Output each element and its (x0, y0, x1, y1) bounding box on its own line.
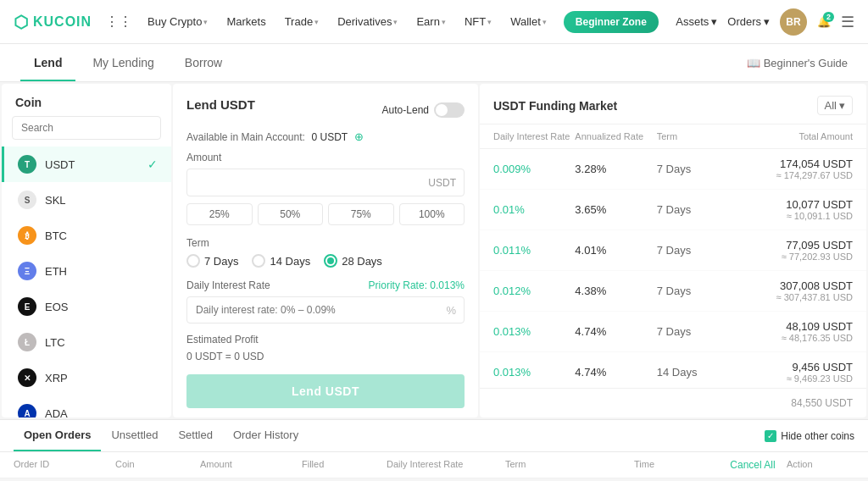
chevron-down-icon: ▾ (764, 15, 770, 28)
auto-lend-toggle[interactable] (434, 102, 465, 118)
chevron-down-icon: ▾ (487, 18, 492, 26)
term-options: 7 Days 14 Days 28 Days (186, 254, 465, 268)
table-row[interactable]: 0.01% 3.65% 7 Days 10,077 USDT ≈ 10,091.… (480, 190, 866, 230)
nav-right: Assets ▾ Orders ▾ BR 🔔 2 ☰ (676, 8, 854, 36)
pct-25-button[interactable]: 25% (186, 203, 253, 225)
list-item[interactable]: S SKL (2, 182, 171, 218)
pct-50-button[interactable]: 50% (258, 203, 324, 225)
nav-derivatives[interactable]: Derivatives ▾ (329, 0, 406, 44)
list-item[interactable]: ₿ BTC (2, 218, 171, 253)
chevron-down-icon: ▾ (442, 18, 446, 26)
table-row[interactable]: 0.009% 3.28% 7 Days 174,054 USDT ≈ 174,2… (480, 149, 866, 190)
logo[interactable]: ⬡ KUCOIN (14, 12, 92, 32)
tab-unsettled[interactable]: Unsettled (101, 420, 168, 451)
nav-markets[interactable]: Markets (218, 0, 274, 44)
list-item[interactable]: ✕ XRP (2, 360, 171, 395)
available-info: Available in Main Account: 0 USDT ⊕ (186, 130, 465, 143)
coin-search-input[interactable] (12, 116, 161, 140)
kucoin-logo-icon: ⬡ (14, 12, 28, 32)
orders-menu[interactable]: Orders ▾ (727, 15, 770, 28)
check-icon: ✓ (147, 158, 158, 171)
tab-lend[interactable]: Lend (20, 44, 75, 81)
order-table-header: Order ID Coin Amount Filled Daily Intere… (0, 452, 868, 478)
lend-panel: Lend USDT Auto-Lend Available in Main Ac… (173, 84, 478, 417)
lend-panel-title: Lend USDT (186, 97, 255, 112)
lend-button[interactable]: Lend USDT (186, 374, 465, 408)
coin-name-ltc: LTC (45, 336, 158, 349)
tab-my-lending[interactable]: My Lending (79, 44, 167, 81)
filter-all-button[interactable]: All ▾ (817, 96, 853, 115)
user-avatar[interactable]: BR (780, 8, 807, 36)
amount-input[interactable] (186, 169, 465, 196)
main-nav: Buy Crypto ▾ Markets Trade ▾ Derivatives… (139, 0, 676, 44)
tabs-container: Lend My Lending Borrow (20, 44, 239, 81)
tab-borrow[interactable]: Borrow (171, 44, 236, 81)
page-tabs: Lend My Lending Borrow 📖 Beginner's Guid… (0, 44, 868, 82)
chevron-down-icon: ▾ (542, 18, 547, 26)
chevron-down-icon: ▾ (203, 18, 208, 26)
toggle-knob (436, 104, 448, 116)
coin-icon-usdt: T (18, 155, 36, 174)
pct-75-button[interactable]: 75% (328, 203, 394, 225)
coin-name-ada: ADA (45, 407, 158, 418)
order-tabs: Open Orders Unsettled Settled Order Hist… (0, 420, 868, 452)
beginners-guide-button[interactable]: 📖 Beginner's Guide (747, 57, 848, 69)
nav-buy-crypto[interactable]: Buy Crypto ▾ (139, 0, 216, 44)
term-14-days[interactable]: 14 Days (252, 254, 310, 268)
navbar: ⬡ KUCOIN ⋮⋮ Buy Crypto ▾ Markets Trade ▾… (0, 0, 868, 44)
table-row[interactable]: 0.012% 4.38% 7 Days 307,008 USDT ≈ 307,4… (480, 271, 866, 312)
rate-input[interactable] (186, 296, 465, 323)
term-7-days[interactable]: 7 Days (186, 254, 238, 268)
coin-panel: Coin T USDT ✓ S SKL ₿ BTC Ξ ETH (2, 84, 171, 417)
list-item[interactable]: Ξ ETH (2, 253, 171, 289)
tab-order-history[interactable]: Order History (223, 420, 309, 451)
coin-list: T USDT ✓ S SKL ₿ BTC Ξ ETH E (2, 147, 171, 417)
coin-icon-eos: E (18, 297, 36, 316)
cancel-all-button[interactable]: Cancel All (719, 459, 787, 471)
list-item[interactable]: A ADA (2, 395, 171, 417)
percentage-buttons: 25% 50% 75% 100% (186, 203, 465, 225)
coin-icon-ada: A (18, 404, 36, 417)
radio-14-days-icon (252, 254, 265, 268)
table-row[interactable]: 0.013% 4.74% 14 Days 9,456 USDT ≈ 9,469.… (480, 352, 866, 388)
table-row[interactable]: 0.013% 4.74% 7 Days 48,109 USDT ≈ 48,176… (480, 312, 866, 352)
coin-icon-eth: Ξ (18, 262, 36, 280)
market-footer: 84,550 USDT (480, 388, 866, 417)
tab-settled[interactable]: Settled (168, 420, 222, 451)
bottom-section: Open Orders Unsettled Settled Order Hist… (0, 419, 868, 478)
term-28-days[interactable]: 28 Days (324, 254, 382, 268)
list-item[interactable]: Ł LTC (2, 324, 171, 360)
hide-other-coins-toggle[interactable]: ✓ Hide other coins (765, 430, 854, 442)
radio-7-days-icon (186, 254, 200, 268)
notification-button[interactable]: 🔔 2 (817, 15, 831, 28)
book-icon: 📖 (747, 57, 760, 69)
tab-open-orders[interactable]: Open Orders (14, 420, 101, 451)
coin-name-xrp: XRP (45, 372, 158, 384)
chevron-down-icon: ▾ (839, 99, 845, 112)
coin-name-eos: EOS (45, 301, 158, 313)
nav-trade[interactable]: Trade ▾ (276, 0, 327, 44)
nav-earn[interactable]: Earn ▾ (408, 0, 453, 44)
coin-icon-skl: S (18, 191, 36, 209)
nav-nft[interactable]: NFT ▾ (456, 0, 500, 44)
nav-wallet[interactable]: Wallet ▾ (502, 0, 555, 44)
coin-name-eth: ETH (45, 265, 158, 278)
chevron-down-icon: ▾ (314, 18, 319, 26)
market-panel: USDT Funding Market All ▾ Daily Interest… (480, 84, 866, 417)
logo-text: KUCOIN (33, 14, 92, 30)
assets-menu[interactable]: Assets ▾ (676, 15, 717, 28)
pct-100-button[interactable]: 100% (399, 203, 465, 225)
list-item[interactable]: E EOS (2, 289, 171, 324)
chevron-down-icon: ▾ (393, 18, 398, 26)
notification-badge: 2 (823, 12, 834, 22)
coin-icon-xrp: ✕ (18, 368, 36, 387)
menu-icon[interactable]: ☰ (841, 13, 854, 31)
rate-header-row: Daily Interest Rate Priority Rate: 0.013… (186, 279, 465, 291)
beginner-zone-button[interactable]: Beginner Zone (564, 11, 659, 33)
grid-icon[interactable]: ⋮⋮ (105, 14, 132, 30)
estimated-profit: Estimated Profit 0 USDT = 0 USD (186, 334, 465, 362)
list-item[interactable]: T USDT ✓ (2, 147, 171, 182)
table-row[interactable]: 0.011% 4.01% 7 Days 77,095 USDT ≈ 77,202… (480, 230, 866, 271)
info-icon: ⊕ (354, 130, 364, 143)
radio-28-days-icon (324, 254, 337, 268)
